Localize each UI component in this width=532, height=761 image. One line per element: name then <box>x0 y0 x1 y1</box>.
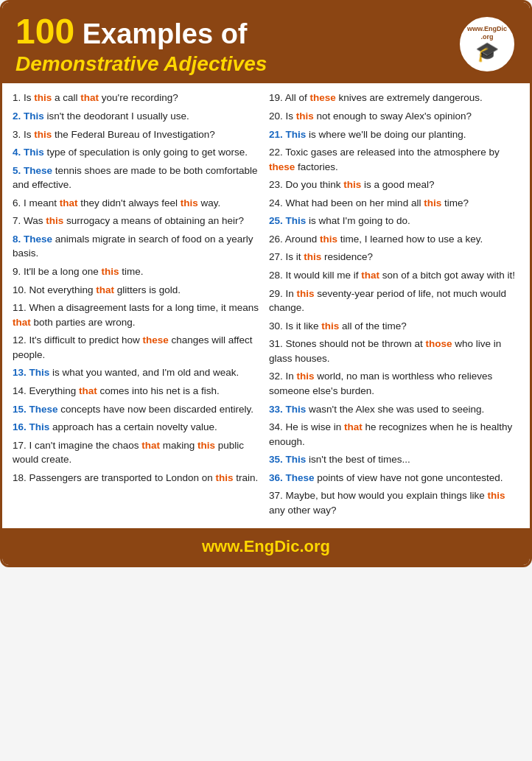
text-segment: factories. <box>295 161 338 172</box>
content-wrap: 1. Is this a call that you're recording?… <box>2 83 530 528</box>
text-segment: a call <box>52 92 80 103</box>
list-item: 11. When a disagreement lasts for a long… <box>13 301 263 329</box>
text-segment: they didn't always feel <box>78 197 181 208</box>
text-segment: When a disagreement lasts for a long tim… <box>29 302 259 313</box>
text-segment: this <box>487 490 505 501</box>
text-segment: this <box>320 234 337 245</box>
text-segment: Not everything <box>29 284 97 295</box>
list-item: 21. This is where we'll be doing our pla… <box>269 127 519 142</box>
list-item: 31. Stones should not be thrown at those… <box>269 337 519 365</box>
text-segment: All of <box>285 92 310 103</box>
item-number: 3. <box>13 129 24 140</box>
content: 1. Is this a call that you're recording?… <box>2 83 530 528</box>
text-segment: Toxic gases are released into the atmosp… <box>285 147 499 158</box>
text-segment: this <box>34 92 52 103</box>
list-item: 7. Was this surrogacy a means of obtaini… <box>13 214 263 228</box>
text-segment: Around <box>285 234 320 245</box>
text-segment: time, I learned how to use a key. <box>337 234 483 245</box>
list-item: 19. All of these knives are extremely da… <box>269 91 519 105</box>
column-left: 1. Is this a call that you're recording?… <box>13 91 263 521</box>
footer-text: www.EngDic.org <box>202 537 330 555</box>
list-item: 13. This is what you wanted, and I'm old… <box>13 365 263 380</box>
list-item: 22. Toxic gases are released into the at… <box>269 145 519 174</box>
list-item: 30. Is it like this all of the time? <box>269 319 519 334</box>
item-number: 16. <box>13 421 29 432</box>
list-item: 28. It would kill me if that son of a bi… <box>269 268 519 283</box>
text-segment: is a good meal? <box>361 179 434 190</box>
text-segment: These <box>286 472 315 483</box>
text-segment: This <box>29 367 50 378</box>
text-segment: is what I'm going to do. <box>306 215 410 226</box>
text-segment: This <box>24 111 44 122</box>
text-segment: this <box>34 129 52 140</box>
text-segment: comes into his net is a fish. <box>97 385 220 396</box>
text-segment: this <box>321 320 339 332</box>
text-segment: that <box>79 385 97 396</box>
text-segment: those <box>425 338 452 349</box>
text-segment: making <box>160 440 197 451</box>
item-number: 34. <box>269 421 286 432</box>
text-segment: I can't imagine the chaos <box>29 440 142 451</box>
list-item: 34. He is wise in that he recognizes whe… <box>269 420 519 449</box>
text-segment: this <box>424 197 441 208</box>
list-item: 29. In this seventy-year period of life,… <box>269 287 519 315</box>
text-segment: This <box>24 147 44 158</box>
text-segment: this <box>101 266 119 277</box>
text-segment: This <box>286 404 307 415</box>
text-segment: It would kill me if <box>286 270 362 281</box>
text-segment: that <box>80 92 99 103</box>
text-segment: Is <box>286 111 296 122</box>
item-number: 31. <box>269 338 286 349</box>
text-segment: that <box>96 284 114 295</box>
text-segment: isn't the best of times... <box>306 454 410 465</box>
text-segment: this <box>297 371 315 382</box>
text-segment: son of a bitch got away with it! <box>379 270 515 281</box>
text-segment: that <box>141 440 160 451</box>
text-segment: Do you think <box>286 179 344 190</box>
text-segment: Is it like <box>286 320 322 332</box>
item-number: 24. <box>269 197 286 208</box>
text-segment: not enough to sway Alex's opinion? <box>314 111 472 122</box>
list-item: 32. In this world, no man is worthless w… <box>269 369 519 398</box>
text-segment: way. <box>198 197 221 208</box>
list-item: 27. Is it this residence? <box>269 250 519 264</box>
text-segment: These <box>24 165 52 176</box>
text-segment: This <box>286 215 307 226</box>
list-item: 2. This isn't the deodorant I usually us… <box>13 109 263 124</box>
list-item: 18. Passengers are transported to London… <box>13 471 263 485</box>
item-number: 35. <box>269 454 286 465</box>
list-item: 26. Around this time, I learned how to u… <box>269 232 519 247</box>
text-segment: that <box>361 270 379 281</box>
header-title-line1: 100 Examples of <box>15 13 267 52</box>
text-segment: these <box>310 92 336 103</box>
text-segment: These <box>29 404 58 415</box>
list-item: 10. Not everything that glitters is gold… <box>13 283 263 298</box>
text-segment: Was <box>24 215 46 226</box>
list-item: 25. This is what I'm going to do. <box>269 214 519 228</box>
item-number: 37. <box>269 490 286 501</box>
text-segment: In <box>286 288 297 299</box>
text-segment: isn't the deodorant I usually use. <box>44 111 189 122</box>
text-segment: points of view have not gone uncontested… <box>315 472 503 483</box>
text-segment: this <box>304 251 321 262</box>
item-number: 19. <box>269 92 285 103</box>
item-number: 7. <box>13 215 24 226</box>
text-segment: these <box>269 161 295 172</box>
list-item: 5. These tennis shoes are made to be bot… <box>13 164 263 192</box>
item-number: 20. <box>269 111 286 122</box>
item-number: 13. <box>13 367 29 378</box>
item-number: 22. <box>269 147 285 158</box>
item-number: 36. <box>269 472 286 483</box>
text-segment: Is <box>24 129 34 140</box>
item-number: 10. <box>13 284 29 295</box>
text-segment: you're recording? <box>99 92 178 103</box>
text-segment: the Federal Bureau of Investigation? <box>52 129 214 140</box>
item-number: 5. <box>13 165 24 176</box>
text-segment: concepts have now been discarded entirel… <box>58 404 253 415</box>
header-num: 100 <box>15 12 74 51</box>
item-number: 6. <box>13 197 24 208</box>
text-segment: It's difficult to predict how <box>29 334 143 346</box>
item-number: 28. <box>269 270 286 281</box>
text-segment: knives are extremely dangerous. <box>336 92 483 103</box>
list-item: 20. Is this not enough to sway Alex's op… <box>269 109 519 124</box>
